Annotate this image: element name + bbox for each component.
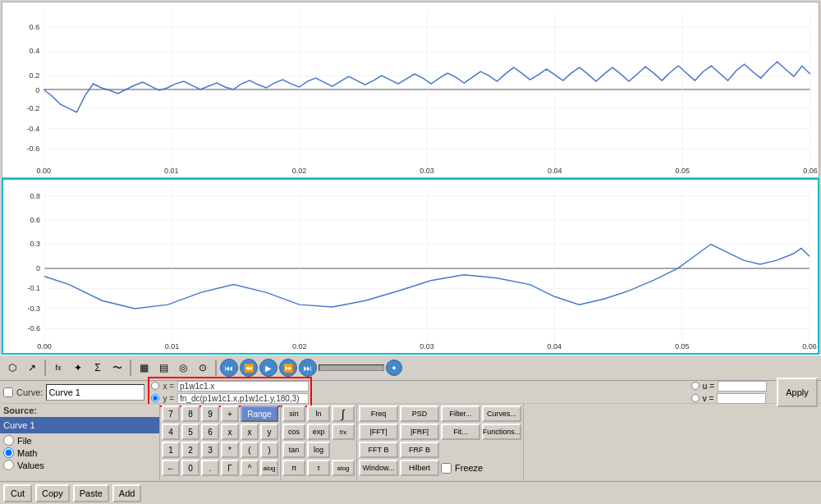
svg-text:0.4: 0.4	[30, 47, 40, 55]
btn-hilbert[interactable]: Hilbert	[400, 460, 439, 476]
values-label: Values	[17, 460, 44, 470]
file-option[interactable]: File	[3, 435, 156, 446]
paste-button[interactable]: Paste	[73, 484, 109, 502]
toolbar-btn-star[interactable]: ✦	[69, 359, 87, 377]
toolbar-btn-fx[interactable]: fx	[49, 359, 67, 377]
btn-exp[interactable]: exp	[307, 424, 330, 440]
svg-text:0: 0	[35, 86, 39, 94]
key-backspace[interactable]: ←	[162, 460, 180, 476]
btn-window[interactable]: Window...	[359, 460, 398, 476]
key-gamma[interactable]: Γ	[221, 460, 239, 476]
btn-tan[interactable]: tan	[282, 442, 305, 458]
prev-prev-button[interactable]: ⏮	[220, 359, 238, 377]
file-radio[interactable]	[3, 435, 14, 446]
source-label: Source:	[0, 404, 159, 417]
toolbar-btn-wave[interactable]: 〜	[108, 359, 126, 377]
key-cparen[interactable]: )	[260, 442, 278, 458]
key-range[interactable]: Range	[241, 405, 278, 422]
toolbar-btn-1[interactable]: ⬡	[3, 359, 21, 377]
copy-button[interactable]: Copy	[35, 484, 70, 502]
btn-fft-b[interactable]: FFT B	[359, 442, 398, 458]
curve-label: Curve:	[16, 387, 43, 397]
key-0[interactable]: 0	[181, 460, 200, 476]
btn-ifft[interactable]: |FFT|	[359, 424, 398, 440]
key-3[interactable]: 3	[201, 442, 219, 458]
curve-list-item[interactable]: Curve 1	[0, 417, 159, 433]
math-radio[interactable]	[3, 447, 14, 458]
svg-text:0.6: 0.6	[30, 216, 41, 224]
svg-text:0.05: 0.05	[675, 342, 690, 351]
btn-filter[interactable]: Filter...	[441, 405, 480, 422]
btn-sin[interactable]: sin	[282, 405, 305, 422]
toolbar-circle-btn[interactable]: ●	[386, 360, 402, 376]
btn-functions[interactable]: Functions...	[482, 424, 521, 440]
key-x[interactable]: x	[221, 424, 239, 440]
toolbar-btn-2[interactable]: ↗	[23, 359, 41, 377]
y-radio[interactable]	[151, 394, 159, 402]
next-button[interactable]: ⏩	[279, 359, 297, 377]
values-option[interactable]: Values	[3, 460, 156, 470]
freeze-checkbox[interactable]	[441, 463, 452, 474]
prev-button[interactable]: ⏪	[240, 359, 258, 377]
progress-bar[interactable]	[319, 364, 384, 371]
key-yvar[interactable]: y	[260, 424, 278, 440]
keypad-row-4: ← 0 . Γ ^ alog	[162, 460, 278, 476]
key-8[interactable]: 8	[181, 405, 200, 422]
toolbar-btn-sigma[interactable]: Σ	[89, 359, 107, 377]
math-row-1: sin ln ∫	[282, 405, 355, 422]
key-6[interactable]: 6	[201, 424, 219, 440]
key-oparen[interactable]: (	[241, 442, 259, 458]
key-9[interactable]: 9	[201, 405, 219, 422]
freeze-row: Freeze	[441, 460, 483, 476]
btn-pi[interactable]: π	[282, 460, 305, 476]
btn-frf-b[interactable]: FRF B	[400, 442, 439, 458]
v-radio[interactable]	[691, 394, 699, 402]
btn-tau[interactable]: τ	[307, 460, 330, 476]
btn-alog2[interactable]: alog	[332, 460, 355, 476]
key-dot[interactable]: .	[201, 460, 219, 476]
key-mult[interactable]: *	[221, 442, 239, 458]
curve-name-input[interactable]	[46, 384, 144, 401]
key-alog[interactable]: alog	[260, 460, 278, 476]
apply-button[interactable]: Apply	[777, 378, 818, 407]
btn-psd[interactable]: PSD	[400, 405, 439, 422]
math-option[interactable]: Math	[3, 447, 156, 458]
svg-text:-0.6: -0.6	[27, 144, 40, 153]
key-7[interactable]: 7	[162, 405, 180, 422]
key-plus[interactable]: +	[221, 405, 239, 422]
bottom-chart-svg: 0.8 0.6 0.3 0 -0.1 -0.3 -0.6 0.00 0.01 0…	[3, 180, 818, 353]
key-5[interactable]: 5	[181, 424, 200, 440]
x-radio[interactable]	[151, 382, 159, 390]
play-button[interactable]: ▶	[259, 359, 277, 377]
curve-checkbox[interactable]	[3, 387, 13, 397]
key-4[interactable]: 4	[162, 424, 180, 440]
btn-ifrf[interactable]: |FRF|	[400, 424, 439, 440]
btn-fx[interactable]: f/x	[332, 424, 355, 440]
next-next-button[interactable]: ⏭	[299, 359, 317, 377]
btn-log[interactable]: log	[307, 442, 330, 458]
key-1[interactable]: 1	[162, 442, 180, 458]
add-button[interactable]: Add	[112, 484, 142, 502]
key-xvar[interactable]: x	[241, 424, 259, 440]
key-caret[interactable]: ^	[241, 460, 259, 476]
toolbar-btn-grid2[interactable]: ▤	[154, 359, 172, 377]
values-radio[interactable]	[3, 460, 14, 470]
fp-row-3: FFT B FRF B	[359, 442, 521, 458]
content-row: Source: Curve 1 File Math Values	[0, 404, 821, 481]
btn-cos[interactable]: cos	[282, 424, 305, 440]
svg-text:0.02: 0.02	[292, 342, 307, 351]
toolbar-btn-hex[interactable]: ◎	[174, 359, 192, 377]
btn-freq[interactable]: Freq	[359, 405, 398, 422]
math-row-2: cos exp f/x	[282, 424, 355, 440]
btn-fit[interactable]: Fit...	[441, 424, 480, 440]
cut-button[interactable]: Cut	[3, 484, 32, 502]
toolbar-btn-dot[interactable]: ⊙	[194, 359, 212, 377]
btn-ln[interactable]: ln	[307, 405, 330, 422]
btn-curves[interactable]: Curves...	[482, 405, 521, 422]
u-radio[interactable]	[691, 382, 699, 390]
key-2[interactable]: 2	[181, 442, 200, 458]
svg-text:0.04: 0.04	[548, 167, 562, 175]
toolbar-separator-2	[130, 360, 131, 376]
btn-integral[interactable]: ∫	[332, 405, 355, 422]
toolbar-btn-grid1[interactable]: ▦	[135, 359, 153, 377]
